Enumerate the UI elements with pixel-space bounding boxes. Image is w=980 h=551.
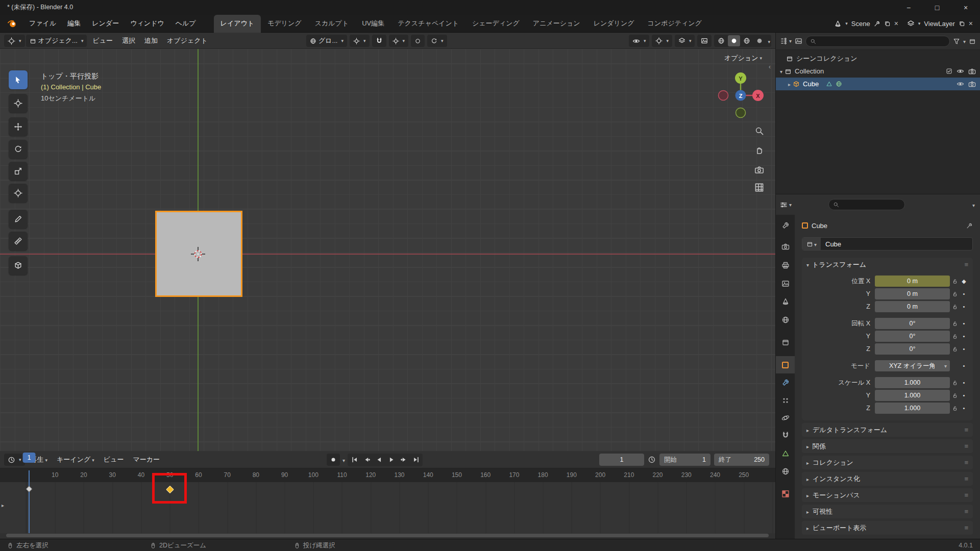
pin-icon[interactable] <box>966 222 973 229</box>
render-camera-icon[interactable] <box>968 80 976 88</box>
hide-eye-icon[interactable] <box>957 80 964 88</box>
remove-viewlayer-button[interactable] <box>969 20 973 28</box>
viewlayer-browse-button[interactable] <box>907 20 921 28</box>
lock-button[interactable] <box>950 392 960 398</box>
animate-toggle[interactable]: • <box>960 333 968 339</box>
current-frame-field[interactable]: 1 <box>599 454 644 466</box>
properties-search-input[interactable] <box>828 199 905 210</box>
current-frame-badge[interactable]: 1 <box>23 453 36 463</box>
tab-material[interactable] <box>776 463 795 480</box>
proportional-edit-toggle[interactable] <box>411 35 425 47</box>
minimize-button[interactable]: − <box>894 0 923 15</box>
overlays-dropdown[interactable] <box>675 35 695 47</box>
display-mode-icon[interactable] <box>795 37 802 45</box>
workspace-tab[interactable]: レンダリング <box>587 15 641 33</box>
collapsed-section-header[interactable]: コレクション <box>802 456 973 469</box>
tab-scene[interactable] <box>776 293 795 310</box>
playhead[interactable] <box>29 470 30 533</box>
animate-toggle[interactable]: • <box>960 405 968 411</box>
select-box-tool[interactable] <box>9 70 28 89</box>
tab-view-layer[interactable] <box>776 275 795 292</box>
tab-tool[interactable] <box>776 217 795 234</box>
lock-button[interactable] <box>950 346 960 352</box>
outliner-row-cube[interactable]: Cube <box>776 78 980 90</box>
value-field[interactable]: 0° <box>875 343 950 355</box>
disclosure-closed-icon[interactable] <box>788 80 791 88</box>
options-dropdown[interactable]: オプション <box>724 54 762 63</box>
tab-output[interactable] <box>776 257 795 274</box>
timeline-menu-item[interactable]: キーイング <box>52 455 99 464</box>
panel-grip-icon[interactable] <box>964 508 968 515</box>
panel-grip-icon[interactable] <box>964 459 968 466</box>
xray-toggle[interactable] <box>697 35 712 47</box>
render-camera-icon[interactable] <box>968 67 976 75</box>
proportional-falloff-select[interactable] <box>427 35 447 47</box>
shading-solid-button[interactable] <box>728 35 740 46</box>
value-field[interactable]: 1.000 <box>875 390 950 401</box>
outliner-editor-type-button[interactable] <box>780 37 792 45</box>
rotate-tool[interactable] <box>9 140 28 159</box>
viewport-menu-item[interactable]: 追加 <box>140 36 162 45</box>
lock-button[interactable] <box>950 278 960 284</box>
snap-toggle[interactable] <box>372 35 386 47</box>
value-field[interactable]: 0 m <box>875 276 950 287</box>
outliner-row-collection[interactable]: Collection <box>776 65 980 78</box>
animate-toggle[interactable]: • <box>960 320 968 327</box>
viewport-canvas[interactable]: トップ・平行投影 (1) Collection | Cube 10センチメートル… <box>0 49 775 451</box>
shading-wireframe-button[interactable] <box>715 35 727 46</box>
use-preview-range-icon[interactable] <box>648 456 656 464</box>
timeline-menu-item[interactable]: ビュー <box>99 455 129 464</box>
filter-icon[interactable] <box>953 38 960 45</box>
new-collection-icon[interactable] <box>969 38 976 45</box>
lock-button[interactable] <box>950 320 960 327</box>
timeline-scrollbar[interactable] <box>6 534 769 537</box>
outliner-search-input[interactable] <box>805 36 950 47</box>
pivot-point-select[interactable] <box>350 35 370 47</box>
value-field[interactable]: 1.000 <box>875 377 950 388</box>
lock-button[interactable] <box>950 291 960 297</box>
next-keyframe-button[interactable] <box>398 455 409 465</box>
shading-options-chevron[interactable] <box>766 37 770 45</box>
workspace-tab[interactable]: UV編集 <box>355 15 391 33</box>
zoom-button[interactable] <box>752 124 766 137</box>
animate-toggle[interactable]: • <box>960 380 968 386</box>
move-tool[interactable] <box>9 117 28 136</box>
pan-button[interactable] <box>752 143 766 157</box>
new-scene-button[interactable] <box>884 20 891 27</box>
tab-world[interactable] <box>776 311 795 329</box>
menu-item[interactable]: 編集 <box>62 16 86 31</box>
transform-tool[interactable] <box>9 184 28 203</box>
tab-particles[interactable] <box>776 392 795 409</box>
animate-toggle[interactable]: ◆ <box>960 278 968 285</box>
workspace-tab[interactable]: モデリング <box>261 15 308 33</box>
animate-toggle[interactable]: • <box>960 346 968 352</box>
tab-object[interactable] <box>776 356 795 373</box>
collapsed-section-header[interactable]: モーションパス <box>802 488 973 502</box>
panel-grip-icon[interactable] <box>964 491 968 499</box>
collapsed-section-header[interactable]: ビューポート表示 <box>802 521 973 535</box>
animate-toggle[interactable]: • <box>960 304 968 310</box>
value-field[interactable]: 0° <box>875 318 950 329</box>
collapsed-section-header[interactable]: デルタトランスフォーム <box>802 423 973 437</box>
cursor-tool[interactable] <box>9 94 28 113</box>
tab-modifiers[interactable] <box>776 374 795 391</box>
viewport-menu-item[interactable]: ビュー <box>88 36 117 45</box>
jump-to-end-button[interactable] <box>410 455 422 465</box>
gizmos-dropdown[interactable] <box>652 35 672 47</box>
workspace-tab[interactable]: コンポジティング <box>641 15 708 33</box>
transform-orientation-select[interactable]: グロ... <box>306 35 347 47</box>
measure-tool[interactable] <box>9 232 28 251</box>
snap-target-select[interactable] <box>389 35 409 47</box>
editor-type-button[interactable] <box>4 35 25 47</box>
visibility-dropdown[interactable] <box>629 35 650 47</box>
scene-name[interactable]: Scene <box>851 20 870 28</box>
tab-physics[interactable] <box>776 409 795 427</box>
auto-key-options-chevron[interactable] <box>342 456 345 464</box>
properties-editor-type-button[interactable] <box>780 201 792 209</box>
value-field[interactable]: 1.000 <box>875 403 950 414</box>
menu-item[interactable]: ウィンドウ <box>125 16 170 31</box>
workspace-tab[interactable]: スカルプト <box>308 15 356 33</box>
viewport-menu-item[interactable]: オブジェクト <box>162 36 212 45</box>
timeline-ruler[interactable]: 1020304050607080901001101201301401501601… <box>0 468 775 482</box>
hide-eye-icon[interactable] <box>957 67 964 75</box>
